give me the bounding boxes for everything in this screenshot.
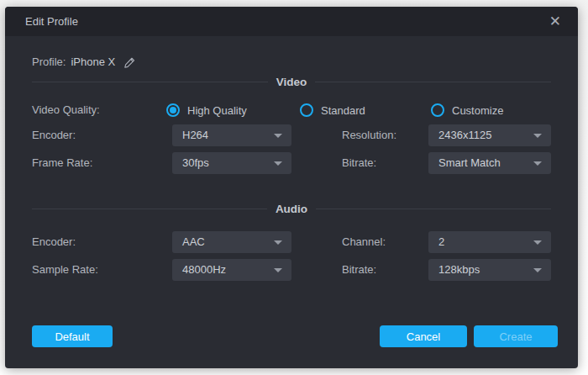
chevron-down-icon — [533, 268, 542, 272]
chevron-down-icon — [533, 240, 542, 245]
profile-name: iPhone X — [71, 52, 115, 72]
dialog-footer: Default Cancel Create — [5, 325, 578, 347]
divider-line — [315, 82, 551, 82]
video-framerate-dropdown[interactable]: 30fps — [172, 152, 291, 174]
radio-customize[interactable]: Customize — [431, 103, 503, 118]
audio-row-2: Sample Rate: 48000Hz Bitrate: 128kbps — [5, 259, 578, 281]
radio-high-quality-label: High Quality — [187, 104, 247, 117]
default-button[interactable]: Default — [32, 325, 113, 347]
chevron-down-icon — [274, 161, 282, 166]
audio-channel-dropdown[interactable]: 2 — [428, 231, 551, 253]
video-section-header: Video — [32, 75, 551, 88]
radio-standard[interactable]: Standard — [300, 103, 365, 118]
chevron-down-icon — [533, 161, 542, 166]
video-framerate-value: 30fps — [182, 152, 209, 174]
close-icon[interactable]: ✕ — [546, 7, 564, 36]
radio-button-icon — [300, 103, 313, 117]
audio-channel-label: Channel: — [342, 231, 386, 253]
radio-standard-label: Standard — [321, 104, 365, 117]
video-encoder-label: Encoder: — [32, 124, 76, 146]
radio-button-icon — [431, 103, 444, 117]
dialog-title: Edit Profile — [25, 7, 78, 36]
divider-line — [32, 209, 267, 209]
edit-profile-dialog: Edit Profile ✕ Profile: iPhone X Video V… — [5, 7, 578, 368]
dialog-titlebar: Edit Profile ✕ — [5, 7, 578, 36]
divider-line — [316, 209, 551, 209]
chevron-down-icon — [274, 134, 282, 138]
audio-bitrate-dropdown[interactable]: 128kbps — [428, 259, 551, 281]
chevron-down-icon — [274, 240, 282, 245]
video-bitrate-label: Bitrate: — [342, 152, 376, 174]
video-bitrate-value: Smart Match — [438, 152, 501, 174]
chevron-down-icon — [533, 134, 542, 138]
audio-section-header: Audio — [32, 202, 551, 215]
audio-row-1: Encoder: AAC Channel: 2 — [5, 231, 578, 253]
cancel-button[interactable]: Cancel — [380, 325, 467, 347]
audio-encoder-dropdown[interactable]: AAC — [172, 231, 291, 253]
radio-customize-label: Customize — [452, 104, 503, 117]
divider-line — [32, 82, 268, 82]
edit-pencil-icon[interactable] — [123, 56, 136, 69]
profile-row: Profile: iPhone X — [32, 52, 136, 72]
video-resolution-label: Resolution: — [342, 124, 396, 146]
radio-button-icon — [166, 103, 180, 117]
audio-samplerate-dropdown[interactable]: 48000Hz — [172, 259, 291, 281]
audio-section-title: Audio — [276, 203, 307, 215]
video-resolution-value: 2436x1125 — [438, 124, 491, 146]
video-row-2: Frame Rate: 30fps Bitrate: Smart Match — [5, 152, 578, 174]
video-encoder-value: H264 — [182, 124, 208, 146]
video-encoder-dropdown[interactable]: H264 — [172, 124, 291, 146]
screen-background: Edit Profile ✕ Profile: iPhone X Video V… — [0, 0, 588, 375]
profile-label: Profile: — [32, 52, 66, 72]
video-quality-row: Video Quality: High Quality Standard Cus… — [5, 103, 578, 118]
create-button[interactable]: Create — [474, 325, 558, 347]
video-section-title: Video — [276, 76, 307, 88]
audio-bitrate-value: 128kbps — [438, 259, 480, 281]
audio-encoder-value: AAC — [182, 231, 205, 253]
audio-bitrate-label: Bitrate: — [342, 259, 376, 281]
audio-samplerate-value: 48000Hz — [182, 259, 226, 281]
video-resolution-dropdown[interactable]: 2436x1125 — [428, 124, 551, 146]
radio-high-quality[interactable]: High Quality — [166, 103, 247, 118]
audio-channel-value: 2 — [438, 231, 444, 253]
audio-encoder-label: Encoder: — [32, 231, 76, 253]
video-framerate-label: Frame Rate: — [32, 152, 92, 174]
chevron-down-icon — [274, 268, 282, 272]
video-bitrate-dropdown[interactable]: Smart Match — [428, 152, 551, 174]
video-quality-label: Video Quality: — [32, 103, 100, 118]
video-row-1: Encoder: H264 Resolution: 2436x1125 — [5, 124, 578, 146]
audio-samplerate-label: Sample Rate: — [32, 259, 98, 281]
